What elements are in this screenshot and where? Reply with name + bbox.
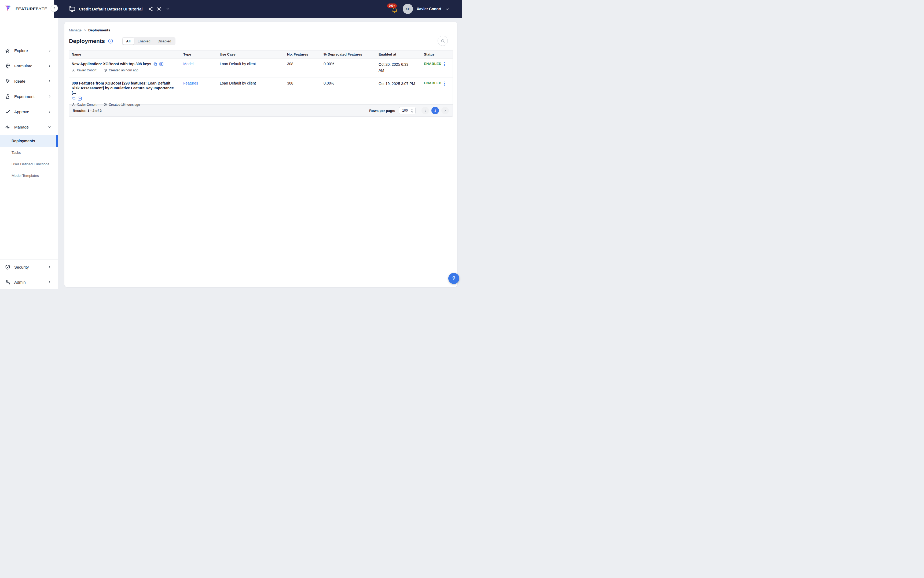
chevron-right-icon [48,80,51,83]
status-badge: ENABLED [424,81,442,85]
use-case-cell: Loan Default by client [217,78,284,89]
help-fab-button[interactable]: ? [448,273,459,284]
person-icon [71,68,75,72]
type-link[interactable]: Features [183,81,198,85]
project-title[interactable]: Credit Default Dataset UI tutorial [79,7,143,11]
column-header-enabled-at[interactable]: Enabled at [376,50,421,58]
shield-check-icon [5,264,11,270]
tab-enabled[interactable]: Enabled [134,38,154,45]
page-number-button[interactable]: 1 [431,107,439,114]
copy-icon[interactable] [71,96,76,101]
search-button[interactable] [438,36,448,46]
deprecated-cell: 0.00% [321,78,376,89]
search-icon [441,39,445,43]
sidebar-item-security[interactable]: Security [0,260,58,274]
row-actions-kebab-icon[interactable] [444,62,445,66]
use-case-cell: Loan Default by client [217,58,284,69]
rows-per-page-select[interactable]: 100 [399,107,416,114]
catalog-monitor-icon [69,5,76,12]
sidebar-item-ideate[interactable]: Ideate [0,73,58,89]
tab-all[interactable]: All [123,38,134,45]
status-badge: ENABLED [424,62,442,66]
breadcrumb-manage[interactable]: Manage [69,28,81,32]
deployments-table: Name Type Use Case No. Features % Deprec… [69,50,453,117]
enabled-at-cell: Oct 20, 2025 6:33 AM [376,58,421,76]
svg-text:ID: ID [160,63,162,65]
sidebar-item-user-defined-functions[interactable]: User Defined Functions [0,158,58,170]
next-page-button[interactable] [441,107,449,114]
check-icon [5,109,11,115]
avatar[interactable]: XC [403,4,413,14]
telescope-icon [5,48,11,54]
tab-disabled[interactable]: Disabled [154,38,175,45]
settings-gear-icon[interactable] [156,6,162,11]
sidebar-item-tasks[interactable]: Tasks [0,147,58,158]
sidebar-item-formulate[interactable]: Formulate [0,58,58,73]
column-header-name[interactable]: Name [69,50,181,58]
row-created: Created 16 hours ago [109,103,140,107]
top-bar: Credit Default Dataset UI tutorial 999+ [54,0,462,18]
pagination: 1 [421,107,449,114]
enabled-at-cell: Oct 19, 2025 3:07 PM [376,78,421,90]
sidebar-item-admin[interactable]: Admin [0,274,58,289]
brand-logo-icon [4,4,13,13]
column-header-type[interactable]: Type [181,50,217,58]
sidebar-item-model-templates[interactable]: Model Templates [0,170,58,182]
clock-icon [104,103,107,106]
person-search-icon [5,279,11,285]
no-features-cell: 308 [284,58,321,69]
row-owner: Xavier Conort [77,68,96,72]
breadcrumb: Manage > Deployments [69,28,110,32]
column-header-deprecated[interactable]: % Deprecated Features [321,50,376,58]
notifications-button[interactable]: 999+ [391,5,399,13]
page-title: Deployments [69,38,105,44]
chevron-down-icon [48,125,51,129]
chevron-right-icon [48,95,51,98]
no-features-cell: 308 [284,78,321,89]
copy-icon[interactable] [153,62,157,66]
chevron-right-icon [48,110,51,114]
table-row[interactable]: New Application: XGBoost with top 308 ke… [69,58,452,78]
id-badge-icon[interactable]: ID [159,62,164,66]
chevron-right-icon [48,64,51,68]
head-gear-icon [5,63,11,69]
sidebar-item-explore[interactable]: Explore [0,43,58,58]
table-row[interactable]: 308 Features from XGBoost [293 features:… [69,78,452,105]
previous-page-button[interactable] [421,107,429,114]
rows-per-page-value: 100 [402,109,408,112]
id-badge-icon[interactable]: ID [78,96,82,101]
select-updown-icon [410,109,413,112]
chevron-right-icon [48,265,51,269]
svg-text:ID: ID [79,97,81,100]
rows-per-page-label: Rows per page: [369,109,395,113]
deployment-name[interactable]: New Application: XGBoost with top 308 ke… [71,62,151,67]
sidebar-item-experiment[interactable]: Experiment [0,89,58,104]
chevron-right-icon [48,281,51,284]
type-link[interactable]: Model [183,62,193,66]
brand-logo[interactable]: FEATUREBYTE [0,0,58,18]
meta-divider [100,103,100,106]
sidebar-collapse-button[interactable] [51,5,58,12]
sidebar-item-approve[interactable]: Approve [0,104,58,119]
sidebar-item-deployments[interactable]: Deployments [0,135,58,147]
table-header-row: Name Type Use Case No. Features % Deprec… [69,50,452,58]
chevron-right-icon [48,49,51,52]
deployment-name[interactable]: 308 Features from XGBoost [293 features:… [71,81,178,95]
row-actions-kebab-icon[interactable] [444,81,445,86]
manage-submenu: Deployments Tasks User Defined Functions… [0,135,58,182]
column-header-no-features[interactable]: No. Features [284,50,321,58]
results-count: Results: 1 - 2 of 2 [73,109,102,113]
column-header-use-case[interactable]: Use Case [217,50,284,58]
person-icon [71,103,75,106]
notification-count-badge: 999+ [387,3,397,8]
project-chevron-down-icon[interactable] [166,7,170,11]
share-icon[interactable] [148,6,153,11]
page-header: Deployments ? All Enabled Disabled [69,36,452,46]
sidebar-item-manage[interactable]: Manage [0,119,58,135]
activity-pulse-icon [5,124,11,130]
user-menu-chevron-down-icon[interactable] [445,7,449,11]
row-created: Created an hour ago [109,68,138,72]
user-name: Xavier Conort [417,7,441,11]
help-circle-icon[interactable]: ? [108,38,113,44]
column-header-status[interactable]: Status [421,50,453,58]
